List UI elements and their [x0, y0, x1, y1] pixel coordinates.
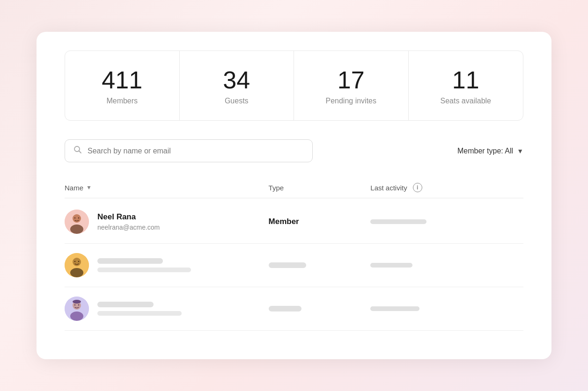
- svg-line-1: [79, 151, 81, 153]
- svg-point-5: [74, 217, 75, 218]
- seats-label: Seats available: [418, 97, 514, 105]
- pending-count: 17: [303, 68, 399, 92]
- pending-label: Pending invites: [303, 97, 399, 105]
- member-details: [97, 258, 191, 272]
- table-row: Neel Rana neelrana@acme.com Member: [65, 200, 523, 244]
- col-name-header[interactable]: Name ▼: [65, 183, 269, 192]
- svg-point-6: [78, 217, 79, 218]
- members-label: Members: [74, 97, 170, 105]
- stat-guests: 34 Guests: [180, 51, 294, 120]
- activity-bar: [370, 219, 426, 224]
- controls-row: Member type: All ▼: [65, 139, 523, 162]
- member-type-filter[interactable]: Member type: All ▼: [457, 147, 523, 155]
- table-header: Name ▼ Type Last activity i: [65, 177, 523, 198]
- members-count: 411: [74, 68, 170, 92]
- col-activity-header: Last activity i: [370, 183, 523, 192]
- avatar: [65, 253, 89, 277]
- member-name: Neel Rana: [97, 212, 160, 222]
- stat-members: 411 Members: [65, 51, 180, 120]
- activity-bar: [370, 306, 419, 311]
- activity-indicator: [370, 219, 523, 224]
- stats-row: 411 Members 34 Guests 17 Pending invites…: [65, 51, 523, 121]
- svg-point-14: [70, 311, 83, 321]
- avatar: [65, 297, 89, 321]
- skeleton-type-cell: [269, 306, 371, 311]
- table-row: [65, 244, 523, 287]
- skeleton-type: [269, 306, 301, 311]
- info-icon: i: [413, 183, 422, 192]
- col-type-header: Type: [269, 183, 371, 192]
- skeleton-name: [97, 258, 163, 264]
- stat-pending: 17 Pending invites: [294, 51, 409, 120]
- member-email: neelrana@acme.com: [97, 224, 160, 231]
- chevron-down-icon: ▼: [517, 147, 523, 155]
- skeleton-email: [97, 268, 191, 272]
- skeleton-type: [269, 262, 306, 268]
- avatar: [65, 210, 89, 234]
- skeleton-type-cell: [269, 262, 371, 268]
- member-type: Member: [269, 217, 371, 226]
- guests-label: Guests: [189, 97, 285, 105]
- svg-point-8: [73, 258, 81, 266]
- svg-point-11: [78, 261, 79, 262]
- activity-indicator: [370, 263, 523, 268]
- guests-count: 34: [189, 68, 285, 92]
- sort-icon: ▼: [86, 184, 92, 191]
- svg-point-3: [73, 214, 81, 223]
- member-info: Neel Rana neelrana@acme.com: [65, 210, 269, 234]
- svg-point-17: [73, 300, 81, 304]
- filter-label: Member type: All: [457, 147, 513, 155]
- seats-count: 11: [418, 68, 514, 92]
- skeleton-email: [97, 311, 182, 316]
- svg-point-4: [70, 224, 83, 234]
- member-details: [97, 302, 182, 316]
- svg-point-16: [78, 304, 79, 305]
- skeleton-name: [97, 302, 154, 307]
- search-input[interactable]: [88, 147, 304, 155]
- svg-point-15: [74, 304, 75, 305]
- member-details: Neel Rana neelrana@acme.com: [97, 212, 160, 231]
- activity-bar: [370, 263, 412, 268]
- table-row: [65, 287, 523, 331]
- search-box[interactable]: [65, 139, 313, 162]
- member-info: [65, 297, 269, 321]
- svg-point-9: [70, 268, 83, 277]
- activity-indicator: [370, 306, 523, 311]
- stat-seats: 11 Seats available: [409, 51, 523, 120]
- search-icon: [74, 145, 82, 156]
- member-info: [65, 253, 269, 277]
- svg-point-10: [74, 261, 75, 262]
- main-card: 411 Members 34 Guests 17 Pending invites…: [37, 32, 551, 359]
